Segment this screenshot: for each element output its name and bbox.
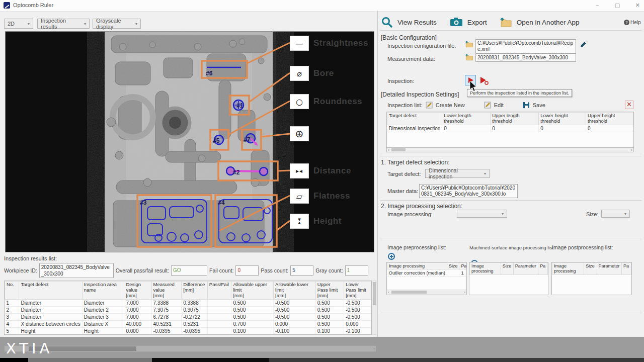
cell[interactable]: 40.5231 bbox=[151, 320, 182, 327]
size-dropdown[interactable]: ▾ bbox=[601, 210, 630, 218]
open-in-another-app-button[interactable]: Open in Another App bbox=[517, 19, 580, 26]
scroll-left-arrow-icon[interactable]: ‹ bbox=[388, 291, 389, 295]
cell[interactable]: 7.000 bbox=[124, 306, 151, 313]
scroll-right-arrow-icon[interactable]: › bbox=[631, 148, 632, 152]
scroll-right-arrow-icon[interactable]: › bbox=[373, 347, 375, 351]
cell[interactable]: 0.000 bbox=[274, 320, 316, 327]
table-row[interactable]: Outlier correction (median)1 bbox=[387, 269, 467, 277]
view-results-button[interactable]: View Results bbox=[397, 19, 437, 26]
cell[interactable]: 4 bbox=[5, 320, 19, 327]
table-row[interactable]: 2DiameterDiameter 27.0007.30750.30750.50… bbox=[5, 306, 371, 313]
cell[interactable] bbox=[447, 269, 459, 277]
target-defect-dropdown[interactable]: Dimensional inspection ▾ bbox=[425, 169, 490, 178]
cell[interactable]: 0 bbox=[539, 125, 586, 132]
cell[interactable]: Height bbox=[19, 327, 82, 334]
cell[interactable]: Diameter bbox=[19, 313, 82, 320]
cell[interactable]: 6 bbox=[5, 334, 19, 335]
cell[interactable]: 40.000 bbox=[124, 320, 151, 327]
result-type-dropdown[interactable]: Inspection results ▾ bbox=[37, 19, 90, 29]
image-processing-dropdown[interactable]: ▾ bbox=[457, 210, 507, 218]
cell[interactable]: 6.7278 bbox=[151, 313, 182, 320]
table-row[interactable]: Dimensional inspection0000 bbox=[387, 125, 633, 132]
edit-config-pencil-icon[interactable] bbox=[580, 41, 587, 48]
config-file-input[interactable]: C:¥Users¥Public¥OptocombTutorial¥Recipe.… bbox=[475, 39, 576, 53]
view-mode-dropdown[interactable]: 2D ▾ bbox=[4, 19, 33, 29]
master-data-input[interactable]: C:¥Users¥Public¥OptocombTutorial¥2020083… bbox=[419, 184, 518, 198]
cell[interactable]: X distance between circles bbox=[19, 320, 82, 327]
cell[interactable]: -0.500 bbox=[274, 313, 316, 320]
cell[interactable]: Diameter bbox=[19, 299, 82, 306]
cell[interactable]: 1 bbox=[5, 299, 19, 306]
cell[interactable]: -0.500 bbox=[344, 313, 371, 320]
cell[interactable]: 0.500 bbox=[231, 299, 274, 306]
cell[interactable] bbox=[207, 327, 231, 334]
cell[interactable]: Flatness bbox=[19, 334, 82, 335]
cell[interactable]: Dimensional inspection bbox=[387, 125, 442, 132]
cell[interactable]: Height bbox=[82, 327, 124, 334]
cell[interactable]: 0.500 bbox=[315, 320, 344, 327]
cell[interactable]: -0.500 bbox=[344, 306, 371, 313]
inspection-list-hscrollbar[interactable]: ‹ › bbox=[386, 147, 634, 152]
cell[interactable]: 0.3075 bbox=[182, 306, 208, 313]
run-all-inspections-button[interactable] bbox=[478, 75, 490, 85]
cell[interactable]: 0.000 bbox=[124, 327, 151, 334]
scrollbar-thumb[interactable] bbox=[391, 291, 427, 294]
cell[interactable]: 0.500 bbox=[231, 313, 274, 320]
cell[interactable] bbox=[207, 299, 231, 306]
cell[interactable]: 7.000 bbox=[124, 313, 151, 320]
cell[interactable]: 0.5231 bbox=[182, 320, 208, 327]
browse-data-folder-icon[interactable] bbox=[465, 54, 473, 61]
cell[interactable]: -0.100 bbox=[344, 327, 371, 334]
cell[interactable]: 7.3075 bbox=[151, 306, 182, 313]
cell[interactable]: 0.100 bbox=[231, 327, 274, 334]
cell[interactable]: Diameter bbox=[82, 299, 124, 306]
cell[interactable]: -0.500 bbox=[344, 299, 371, 306]
results-horizontal-scrollbar[interactable]: › bbox=[4, 345, 376, 352]
scroll-right-arrow-icon[interactable]: › bbox=[464, 291, 465, 295]
cell[interactable]: 0.100 bbox=[315, 334, 344, 335]
cell[interactable]: 0.500 bbox=[315, 299, 344, 306]
table-row[interactable]: 1DiameterDiameter7.0007.33880.33880.500-… bbox=[5, 299, 371, 306]
cell[interactable]: 0.000 bbox=[274, 334, 316, 335]
cell[interactable]: 0.500 bbox=[315, 306, 344, 313]
cell[interactable]: 0.000 bbox=[344, 320, 371, 327]
browse-config-folder-icon[interactable] bbox=[465, 41, 473, 48]
cell[interactable]: 3 bbox=[5, 313, 19, 320]
minimize-button[interactable]: – bbox=[590, 2, 605, 10]
workpiece-id-input[interactable]: 20200831_082345_BodyValve_300x300 bbox=[39, 263, 114, 278]
delete-inspection-icon[interactable]: ✕ bbox=[625, 101, 633, 109]
cell[interactable]: 0.100 bbox=[315, 327, 344, 334]
cell[interactable]: 0.0292 bbox=[151, 334, 182, 335]
maximize-button[interactable]: ▢ bbox=[610, 2, 625, 10]
scroll-left-arrow-icon[interactable]: ‹ bbox=[388, 148, 389, 152]
table-row[interactable]: 5HeightHeight0.000-0.0395-0.03950.100-0.… bbox=[5, 327, 371, 334]
cell[interactable]: Flatness bbox=[82, 334, 124, 335]
cell[interactable]: 0.700 bbox=[231, 320, 274, 327]
table-row[interactable]: 3DiameterDiameter 37.0006.7278-0.27220.5… bbox=[5, 313, 371, 320]
cell[interactable]: 5 bbox=[5, 327, 19, 334]
scrollbar-thumb[interactable] bbox=[391, 148, 406, 151]
table-row[interactable]: 6FlatnessFlatness0.1000.0292-0.07080.100… bbox=[5, 334, 371, 335]
cell[interactable] bbox=[207, 320, 231, 327]
results-vertical-scrollbar[interactable] bbox=[372, 281, 376, 335]
save-button[interactable]: Save bbox=[533, 102, 545, 108]
close-button[interactable]: ✕ bbox=[630, 2, 644, 10]
cell[interactable]: Outlier correction (median) bbox=[387, 269, 447, 277]
cell[interactable]: Diameter bbox=[19, 306, 82, 313]
cell[interactable] bbox=[207, 334, 231, 335]
cell[interactable]: -0.0395 bbox=[182, 327, 208, 334]
help-button[interactable]: ? Help bbox=[624, 20, 641, 25]
add-preprocessing-icon[interactable] bbox=[388, 253, 395, 260]
cell[interactable]: 0.100 bbox=[231, 334, 274, 335]
edit-button[interactable]: Edit bbox=[494, 102, 504, 108]
cell[interactable]: -0.0708 bbox=[182, 334, 208, 335]
cell[interactable]: 1 bbox=[459, 269, 467, 277]
cell[interactable]: -0.100 bbox=[274, 327, 316, 334]
cell[interactable]: 0.500 bbox=[231, 306, 274, 313]
cell[interactable]: -0.2722 bbox=[182, 313, 208, 320]
cell[interactable]: 0.100 bbox=[124, 334, 151, 335]
cell[interactable]: 0.500 bbox=[315, 313, 344, 320]
preprocessing-hscrollbar[interactable]: ‹ › bbox=[387, 290, 466, 295]
cell[interactable] bbox=[207, 306, 231, 313]
cell[interactable]: 0 bbox=[491, 125, 539, 132]
